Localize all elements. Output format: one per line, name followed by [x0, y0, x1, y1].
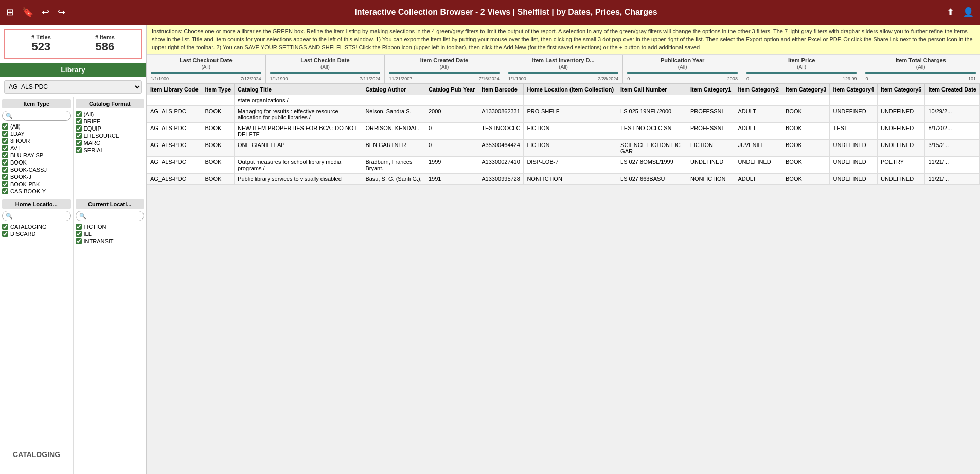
item-type-checkbox[interactable] [2, 152, 8, 158]
col-header-11[interactable]: Item Category4 [830, 84, 877, 95]
slider-track-2[interactable] [389, 72, 500, 74]
library-header: Library [0, 63, 146, 77]
catalog-format-item[interactable]: (All) [76, 111, 145, 118]
item-type-checkbox[interactable] [2, 174, 8, 180]
catalog-format-label: (All) [84, 111, 94, 117]
cell-3-10: BOOK [782, 140, 829, 157]
slider-min-0: 1/1/1900 [151, 76, 169, 81]
share-icon[interactable]: ⬆ [947, 7, 954, 18]
user-icon[interactable]: 👤 [963, 7, 974, 18]
item-type-item[interactable]: AV-L [2, 144, 71, 152]
table-container[interactable]: Item Library CodeItem TypeCatalog TitleC… [147, 84, 980, 474]
home-location-checkbox[interactable] [2, 231, 8, 237]
toolbar-right: ⬆ 👤 [947, 7, 974, 18]
cell-1-12: UNDEFINED [877, 106, 924, 123]
col-header-9[interactable]: Item Category2 [735, 84, 782, 95]
cell-0-12 [877, 95, 924, 106]
undo-icon[interactable]: ↩ [42, 7, 49, 18]
item-type-item[interactable]: 1DAY [2, 130, 71, 137]
bookmark-icon[interactable]: 🔖 [22, 7, 33, 18]
col-header-0[interactable]: Item Library Code [147, 84, 202, 95]
col-header-1[interactable]: Item Type [202, 84, 235, 95]
cell-5-4: 1991 [425, 174, 478, 185]
current-location-checkbox[interactable] [76, 224, 82, 230]
table-row[interactable]: AG_ALS-PDCBOOKPublic library services to… [147, 174, 980, 185]
item-type-item[interactable]: BOOK-CASSJ [2, 166, 71, 173]
slider-track-5[interactable] [746, 72, 857, 74]
home-location-item[interactable]: CATALOGING [2, 223, 71, 230]
slider-track-4[interactable] [627, 72, 738, 74]
item-type-item[interactable]: CAS-BOOK-Y [2, 188, 71, 195]
catalog-format-item[interactable]: EQUIP [76, 125, 145, 132]
current-location-checkbox[interactable] [76, 238, 82, 244]
grid-icon[interactable]: ⊞ [6, 7, 14, 18]
slider-track-1[interactable] [270, 72, 381, 74]
current-location-item[interactable]: FICTION [76, 223, 145, 230]
col-header-8[interactable]: Item Category1 [687, 84, 735, 95]
col-header-3[interactable]: Catalog Author [362, 84, 425, 95]
table-row[interactable]: AG_ALS-PDCBOOKONE GIANT LEAPBEN GARTNER0… [147, 140, 980, 157]
col-header-5[interactable]: Item Barcode [478, 84, 524, 95]
current-location-search[interactable] [76, 211, 145, 221]
current-location-item[interactable]: ILL [76, 230, 145, 238]
item-type-checkbox[interactable] [2, 181, 8, 187]
current-location-item[interactable]: INTRANSIT [76, 238, 145, 245]
item-type-checkbox[interactable] [2, 138, 8, 144]
item-type-item[interactable]: BOOK-PBK [2, 180, 71, 188]
library-dropdown[interactable]: AG_ALS-PDC [4, 80, 142, 94]
cell-0-2: state organizations / [235, 95, 362, 106]
catalog-format-item[interactable]: BRIEF [76, 118, 145, 125]
catalog-format-checkbox[interactable] [76, 133, 82, 139]
slider-track-6[interactable] [865, 72, 976, 74]
catalog-format-checkbox[interactable] [76, 147, 82, 153]
slider-track-3[interactable] [508, 72, 619, 74]
item-type-item[interactable]: BOOK-J [2, 173, 71, 180]
slider-track-0[interactable] [151, 72, 261, 74]
item-type-item[interactable]: (All) [2, 123, 71, 130]
cell-2-13: 8/1/202... [925, 123, 980, 140]
catalog-format-item[interactable]: SERIAL [76, 147, 145, 154]
col-header-7[interactable]: Item Call Number [617, 84, 687, 95]
item-type-item[interactable]: BLU-RAY-SP [2, 152, 71, 159]
col-header-13[interactable]: Item Created Date [925, 84, 980, 95]
item-type-checkbox[interactable] [2, 167, 8, 173]
cell-3-11: UNDEFINED [830, 140, 877, 157]
home-location-search[interactable] [2, 211, 71, 221]
col-header-4[interactable]: Catalog Pub Year [425, 84, 478, 95]
col-header-6[interactable]: Home Location (Item Collection) [524, 84, 617, 95]
table-row[interactable]: state organizations / [147, 95, 980, 106]
cell-1-5: A13300862331 [478, 106, 524, 123]
col-header-12[interactable]: Item Category5 [877, 84, 924, 95]
table-row[interactable]: AG_ALS-PDCBOOKManaging for results : eff… [147, 106, 980, 123]
cell-2-9: ADULT [735, 123, 782, 140]
slider-range-0: 1/1/1900 7/12/2024 [151, 76, 261, 81]
home-location-item[interactable]: DISCARD [2, 230, 71, 238]
cell-0-10 [782, 95, 829, 106]
cell-4-11: UNDEFINED [830, 157, 877, 174]
item-type-item[interactable]: 3HOUR [2, 137, 71, 144]
col-header-10[interactable]: Item Category3 [782, 84, 829, 95]
item-type-checkbox[interactable] [2, 188, 8, 194]
item-type-label: BOOK [10, 159, 27, 166]
cell-4-0: AG_ALS-PDC [147, 157, 202, 174]
item-type-checkbox[interactable] [2, 123, 8, 130]
catalog-format-checkbox[interactable] [76, 118, 82, 124]
home-location-checkbox[interactable] [2, 224, 8, 230]
item-type-checkbox[interactable] [2, 145, 8, 151]
redo-icon[interactable]: ↪ [58, 7, 65, 18]
catalog-format-item[interactable]: MARC [76, 139, 145, 147]
catalog-format-checkbox[interactable] [76, 140, 82, 146]
table-row[interactable]: AG_ALS-PDCBOOKOutput measures for school… [147, 157, 980, 174]
cell-2-10: BOOK [782, 123, 829, 140]
col-header-2[interactable]: Catalog Title [235, 84, 362, 95]
item-type-search[interactable] [2, 111, 71, 121]
catalog-format-item[interactable]: ERESOURCE [76, 132, 145, 139]
item-type-checkbox[interactable] [2, 159, 8, 166]
item-type-item[interactable]: BOOK [2, 159, 71, 166]
current-location-checkbox[interactable] [76, 231, 82, 237]
slider-panel-2: Item Created Date (All) 11/21/2007 7/16/… [385, 55, 504, 83]
catalog-format-checkbox[interactable] [76, 111, 82, 117]
table-row[interactable]: AG_ALS-PDCBOOKNEW ITEM PROPERTIES FOR BC… [147, 123, 980, 140]
item-type-checkbox[interactable] [2, 131, 8, 137]
catalog-format-checkbox[interactable] [76, 125, 82, 132]
